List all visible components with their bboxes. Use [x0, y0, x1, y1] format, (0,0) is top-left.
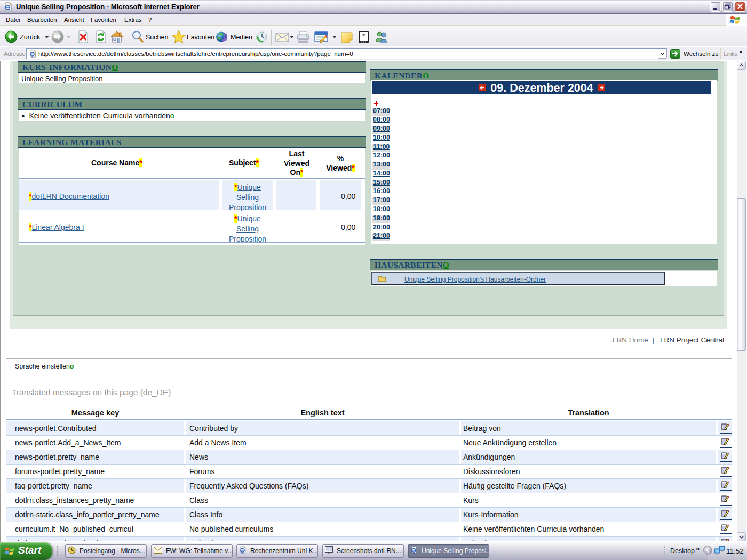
- svg-text:*: *: [362, 32, 365, 40]
